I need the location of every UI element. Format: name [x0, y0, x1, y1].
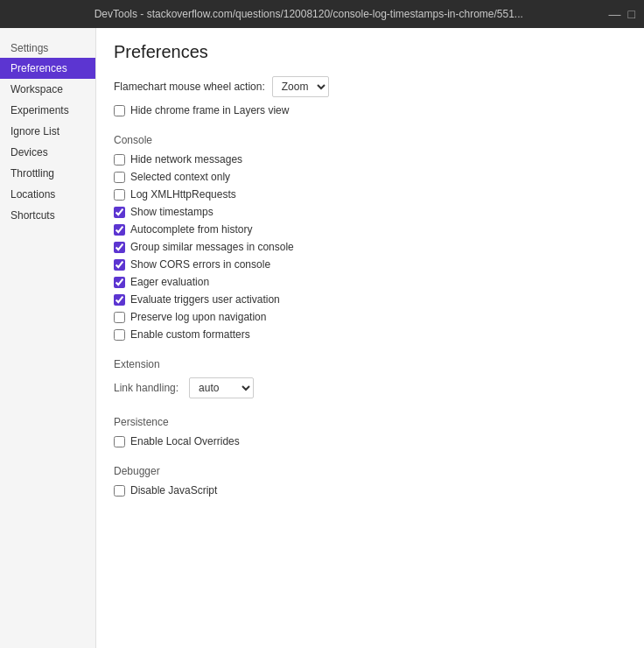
sidebar-item-workspace[interactable]: Workspace — [0, 79, 95, 100]
flamechart-select[interactable]: ZoomScroll — [272, 76, 329, 97]
preserve-log-row: Preserve log upon navigation — [114, 311, 626, 323]
sidebar-item-experiments[interactable]: Experiments — [0, 100, 95, 121]
hide-network-row: Hide network messages — [114, 153, 626, 166]
titlebar-controls[interactable]: — □ — [609, 7, 635, 21]
console-section: Console Hide network messagesSelected co… — [114, 134, 626, 341]
show-cors-checkbox[interactable] — [114, 259, 125, 271]
main-container: Settings PreferencesWorkspaceExperiments… — [0, 28, 644, 648]
link-handling-select[interactable]: automanual — [189, 377, 254, 398]
content-area: Preferences Flamechart mouse wheel actio… — [96, 28, 644, 648]
log-xhr-label: Log XMLHttpRequests — [130, 188, 236, 201]
eager-eval-label: Eager evaluation — [130, 276, 209, 288]
console-options-container: Hide network messagesSelected context on… — [114, 153, 626, 341]
sidebar-item-shortcuts[interactable]: Shortcuts — [0, 205, 95, 226]
extension-section: Extension Link handling: automanual — [114, 358, 626, 398]
group-similar-label: Group similar messages in console — [130, 241, 294, 253]
sidebar-item-locations[interactable]: Locations — [0, 184, 95, 205]
titlebar: DevTools - stackoverflow.com/questions/1… — [0, 0, 644, 28]
eval-triggers-row: Evaluate triggers user activation — [114, 293, 626, 306]
hide-network-label: Hide network messages — [130, 153, 242, 166]
debugger-section: Debugger Disable JavaScript — [114, 465, 626, 497]
show-cors-row: Show CORS errors in console — [114, 258, 626, 271]
eval-triggers-label: Evaluate triggers user activation — [130, 293, 280, 306]
debugger-section-header: Debugger — [114, 465, 626, 477]
persistence-options-container: Enable Local Overrides — [114, 435, 626, 447]
minimize-button[interactable]: — — [609, 7, 621, 21]
local-overrides-row: Enable Local Overrides — [114, 435, 626, 447]
local-overrides-label: Enable Local Overrides — [130, 435, 240, 447]
group-similar-row: Group similar messages in console — [114, 241, 626, 253]
group-similar-checkbox[interactable] — [114, 242, 125, 253]
hide-network-checkbox[interactable] — [114, 154, 125, 166]
page-title: Preferences — [114, 42, 626, 62]
custom-formatters-checkbox[interactable] — [114, 329, 125, 341]
hide-chrome-frame-label: Hide chrome frame in Layers view — [130, 104, 289, 116]
hide-chrome-frame-row: Hide chrome frame in Layers view — [114, 104, 626, 116]
custom-formatters-row: Enable custom formatters — [114, 328, 626, 341]
eager-eval-row: Eager evaluation — [114, 276, 626, 288]
disable-js-label: Disable JavaScript — [130, 484, 217, 497]
sidebar-heading: Settings — [0, 35, 95, 58]
sidebar-item-throttling[interactable]: Throttling — [0, 163, 95, 184]
persistence-section-header: Persistence — [114, 416, 626, 428]
sidebar-item-ignore-list[interactable]: Ignore List — [0, 121, 95, 142]
selected-context-label: Selected context only — [130, 171, 230, 183]
link-handling-row: Link handling: automanual — [114, 377, 626, 398]
show-timestamps-label: Show timestamps — [130, 206, 214, 218]
log-xhr-row: Log XMLHttpRequests — [114, 188, 626, 201]
flamechart-section: Flamechart mouse wheel action: ZoomScrol… — [114, 76, 626, 116]
sidebar-item-preferences[interactable]: Preferences — [0, 58, 95, 79]
titlebar-title: DevTools - stackoverflow.com/questions/1… — [9, 8, 609, 20]
log-xhr-checkbox[interactable] — [114, 189, 125, 201]
selected-context-row: Selected context only — [114, 171, 626, 183]
autocomplete-label: Autocomplete from history — [130, 223, 252, 236]
sidebar: Settings PreferencesWorkspaceExperiments… — [0, 28, 96, 648]
eval-triggers-checkbox[interactable] — [114, 294, 125, 306]
persistence-section: Persistence Enable Local Overrides — [114, 416, 626, 447]
eager-eval-checkbox[interactable] — [114, 277, 125, 288]
custom-formatters-label: Enable custom formatters — [130, 328, 250, 341]
extension-section-header: Extension — [114, 358, 626, 370]
hide-chrome-frame-checkbox[interactable] — [114, 105, 125, 116]
preserve-log-label: Preserve log upon navigation — [130, 311, 266, 323]
local-overrides-checkbox[interactable] — [114, 436, 125, 447]
show-timestamps-checkbox[interactable] — [114, 207, 125, 218]
show-cors-label: Show CORS errors in console — [130, 258, 270, 271]
flamechart-row: Flamechart mouse wheel action: ZoomScrol… — [114, 76, 626, 97]
selected-context-checkbox[interactable] — [114, 172, 125, 183]
disable-js-checkbox[interactable] — [114, 485, 125, 497]
console-section-header: Console — [114, 134, 626, 146]
disable-js-row: Disable JavaScript — [114, 484, 626, 497]
sidebar-items-container: PreferencesWorkspaceExperimentsIgnore Li… — [0, 58, 95, 226]
autocomplete-row: Autocomplete from history — [114, 223, 626, 236]
debugger-options-container: Disable JavaScript — [114, 484, 626, 497]
flamechart-label: Flamechart mouse wheel action: — [114, 81, 265, 93]
sidebar-item-devices[interactable]: Devices — [0, 142, 95, 163]
show-timestamps-row: Show timestamps — [114, 206, 626, 218]
link-handling-label: Link handling: — [114, 382, 178, 394]
autocomplete-checkbox[interactable] — [114, 224, 125, 236]
preserve-log-checkbox[interactable] — [114, 312, 125, 323]
maximize-button[interactable]: □ — [628, 7, 635, 21]
